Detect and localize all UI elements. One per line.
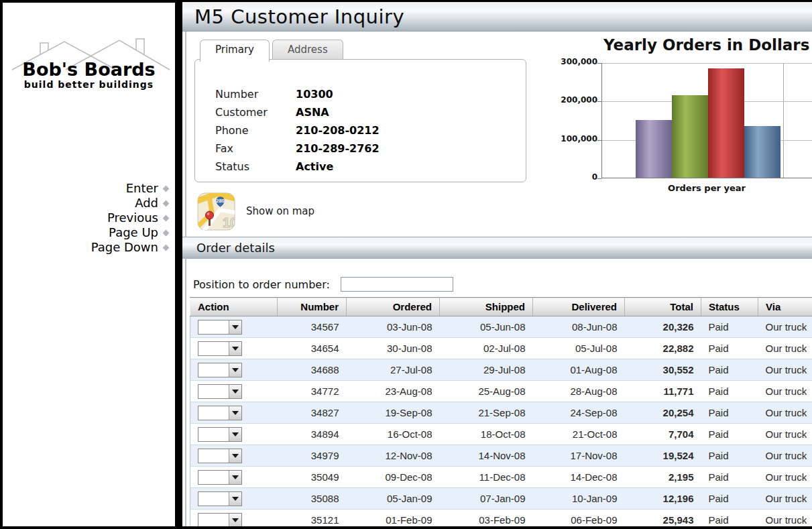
- chart-bar-1: [636, 120, 672, 178]
- dropdown-button[interactable]: [229, 514, 241, 527]
- cell-shipped: 18-Oct-08: [440, 424, 533, 445]
- chevron-down-icon: [232, 390, 239, 394]
- order-row: 3456703-Jun-0805-Jun-0808-Jun-0820,326Pa…: [190, 316, 812, 338]
- cell-total: 20,326: [625, 316, 701, 338]
- cell-via: Our truck: [758, 359, 812, 381]
- tab-primary[interactable]: Primary: [200, 40, 270, 62]
- order-details-title: Order details: [196, 241, 275, 255]
- column-header-ordered[interactable]: Ordered: [347, 298, 440, 316]
- dropdown-button[interactable]: [229, 428, 241, 441]
- customer-fields: Number10300CustomerASNAPhone210-208-0212…: [215, 85, 380, 176]
- action-cell: [190, 467, 278, 488]
- dropdown-button[interactable]: [229, 471, 241, 484]
- cell-shipped: 02-Jul-08: [440, 338, 533, 359]
- action-dropdown[interactable]: [198, 491, 242, 506]
- column-header-via[interactable]: Via: [758, 298, 812, 316]
- svg-text:280: 280: [216, 197, 225, 203]
- cell-status: Paid: [701, 402, 758, 424]
- dropdown-button[interactable]: [229, 342, 241, 355]
- order-row: 3477223-Aug-0825-Aug-0828-Aug-0811,771Pa…: [190, 381, 812, 402]
- field-label: Status: [215, 160, 296, 173]
- chart-title: Yearly Orders in Dollars: [603, 36, 809, 54]
- sidebar-link-page-up[interactable]: Page Up: [91, 225, 168, 240]
- chart-bar-4: [744, 126, 780, 178]
- dropdown-button[interactable]: [229, 406, 241, 420]
- column-header-status[interactable]: Status: [701, 298, 758, 316]
- cell-delivered: 17-Nov-08: [533, 445, 625, 467]
- cell-number: 35049: [278, 467, 347, 488]
- column-header-delivered[interactable]: Delivered: [533, 298, 625, 316]
- column-header-number[interactable]: Number: [278, 298, 347, 316]
- action-dropdown[interactable]: [198, 449, 242, 463]
- action-dropdown[interactable]: [198, 363, 242, 377]
- field-value: Active: [296, 160, 333, 173]
- dropdown-button[interactable]: [229, 385, 241, 398]
- field-label: Fax: [215, 142, 296, 155]
- action-dropdown[interactable]: [198, 341, 242, 356]
- cell-status: Paid: [701, 359, 758, 381]
- tab-address[interactable]: Address: [272, 40, 343, 60]
- customer-field-status: StatusActive: [215, 158, 380, 176]
- show-on-map-link[interactable]: 101 280 Show on map: [197, 192, 314, 231]
- dropdown-button[interactable]: [229, 492, 241, 506]
- action-cell: [190, 338, 278, 359]
- dropdown-button[interactable]: [229, 363, 241, 377]
- action-dropdown[interactable]: [198, 513, 242, 527]
- sidebar-link-previous[interactable]: Previous: [91, 211, 168, 225]
- field-label: Phone: [215, 124, 296, 137]
- action-dropdown[interactable]: [198, 470, 242, 485]
- cell-via: Our truck: [758, 510, 812, 527]
- cell-delivered: 24-Sep-08: [533, 402, 625, 424]
- position-row: Position to order number:: [193, 276, 453, 293]
- customer-field-customer: CustomerASNA: [215, 103, 380, 121]
- position-to-order-input[interactable]: [341, 277, 453, 292]
- cell-total: 20,254: [625, 402, 701, 424]
- order-row: 3497912-Nov-0814-Nov-0817-Nov-0819,524Pa…: [190, 445, 812, 467]
- chevron-down-icon: [232, 475, 239, 479]
- action-dropdown[interactable]: [198, 406, 242, 420]
- chevron-down-icon: [232, 368, 239, 372]
- action-dropdown[interactable]: [198, 427, 242, 442]
- nav-label: Enter: [126, 181, 158, 196]
- cell-delivered: 08-Jun-08: [533, 316, 625, 338]
- action-dropdown-value: [198, 428, 229, 441]
- cell-delivered: 06-Feb-09: [533, 510, 625, 527]
- cell-number: 34827: [278, 402, 347, 424]
- y-tick-label: 0: [541, 172, 597, 182]
- action-cell: [190, 381, 278, 402]
- cell-number: 34979: [278, 445, 347, 467]
- nav-label: Page Down: [91, 240, 158, 255]
- dropdown-button[interactable]: [229, 320, 241, 334]
- cell-status: Paid: [701, 445, 758, 467]
- cell-total: 22,882: [625, 338, 701, 359]
- y-tick-label: 100,000: [541, 134, 597, 143]
- map-icon: 101 280: [197, 192, 235, 231]
- action-dropdown[interactable]: [198, 320, 242, 335]
- orders-table: ActionNumberOrderedShippedDeliveredTotal…: [190, 297, 812, 526]
- cell-status: Paid: [701, 467, 758, 488]
- cell-delivered: 14-Dec-08: [533, 467, 625, 488]
- column-header-shipped[interactable]: Shipped: [440, 298, 533, 316]
- orders-table-header: ActionNumberOrderedShippedDeliveredTotal…: [190, 298, 812, 316]
- cell-ordered: 23-Aug-08: [347, 381, 440, 402]
- diamond-bullet-icon: [163, 244, 170, 251]
- sidebar-link-page-down[interactable]: Page Down: [91, 240, 168, 255]
- page-titlebar: M5 Customer Inquiry: [182, 2, 812, 32]
- cell-ordered: 03-Jun-08: [347, 316, 440, 338]
- y-tick-mark: [597, 101, 601, 102]
- logo-name: Bob's Boards: [7, 60, 171, 79]
- chart-gridline: [602, 63, 812, 64]
- action-dropdown[interactable]: [198, 384, 242, 399]
- sidebar-link-enter[interactable]: Enter: [91, 181, 168, 196]
- action-cell: [190, 424, 278, 445]
- cell-total: 2,195: [625, 467, 701, 488]
- cell-ordered: 05-Jan-09: [347, 488, 440, 510]
- dropdown-button[interactable]: [229, 449, 241, 463]
- sidebar-link-add[interactable]: Add: [91, 196, 168, 211]
- cell-total: 19,524: [625, 445, 701, 467]
- column-header-total[interactable]: Total: [625, 298, 701, 316]
- bar-chart-plot: [601, 63, 812, 178]
- cell-number: 34772: [278, 381, 347, 402]
- cell-shipped: 29-Jul-08: [440, 359, 533, 381]
- column-header-action[interactable]: Action: [190, 298, 278, 316]
